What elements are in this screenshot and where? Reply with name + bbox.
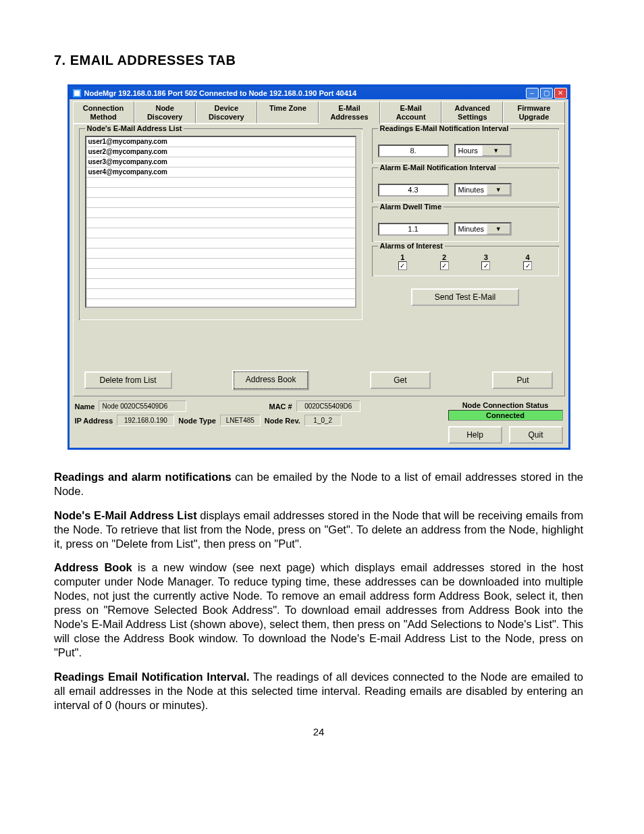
list-item[interactable] [86,299,355,308]
para2-bold: Node's E-Mail Address List [54,509,197,521]
readings-interval-input[interactable]: 8. [378,145,449,157]
window-title: NodeMgr 192.168.0.186 Port 502 Connected… [84,89,525,97]
para1-bold: Readings and alarm notifications [54,471,232,483]
list-item[interactable] [86,198,355,208]
tab-connection-method[interactable]: Connection Method [73,101,134,124]
help-button[interactable]: Help [448,426,502,444]
alarm-label-2: 2 [442,253,446,261]
alarm-interval-input[interactable]: 4.3 [378,184,449,197]
para4-bold: Readings Email Notification Interval. [54,671,250,683]
window-titlebar: NodeMgr 192.168.0.186 Port 502 Connected… [70,86,568,99]
readings-interval-title: Readings E-Mail Notification Interval [378,124,511,132]
quit-button[interactable]: Quit [509,426,563,444]
alarms-title: Alarms of Interest [378,242,446,250]
email-list-group: Node's E-Mail Address List user1@mycompa… [79,128,363,320]
mac-label: MAC # [269,402,292,411]
list-item[interactable]: user1@mycompany.com [86,137,355,147]
tab-strip: Connection Method Node Discovery Device … [73,101,565,124]
conn-status-value: Connected [448,410,563,421]
chevron-down-icon: ▼ [482,145,510,156]
readings-interval-group: Readings E-Mail Notification Interval 8.… [372,128,559,163]
para3-bold: Address Book [54,561,132,573]
ip-label: IP Address [75,417,113,425]
svg-rect-1 [74,90,80,96]
ip-value: 192.168.0.190 [117,415,174,426]
alarm-check-3[interactable]: ✓ [481,261,490,270]
send-test-button[interactable]: Send Test E-Mail [411,288,519,306]
alarm-label-3: 3 [484,253,488,261]
readings-interval-unit[interactable]: Hours▼ [454,144,512,157]
delete-from-list-button[interactable]: Delete from List [84,371,172,389]
email-listbox[interactable]: user1@mycompany.com user2@mycompany.com … [85,136,356,308]
list-item[interactable] [86,208,355,218]
alarm-check-4[interactable]: ✓ [523,261,532,270]
list-item[interactable]: user2@mycompany.com [86,147,355,157]
rev-value: 1_0_2 [304,415,342,426]
page-number: 24 [54,726,583,737]
tab-advanced-settings[interactable]: Advanced Settings [441,101,503,124]
section-heading: 7. EMAIL ADDRESSES TAB [54,53,583,68]
dwell-group: Alarm Dwell Time 1.1 Minutes▼ [372,207,559,242]
list-item[interactable]: user4@mycompany.com [86,167,355,178]
tab-email-account[interactable]: E-Mail Account [380,101,441,124]
minimize-button[interactable]: – [526,88,539,99]
dwell-title: Alarm Dwell Time [378,203,444,211]
alarm-label-4: 4 [526,253,530,261]
tab-device-discovery[interactable]: Device Discovery [196,101,257,124]
put-button[interactable]: Put [492,371,553,389]
alarm-interval-group: Alarm E-Mail Notification Interval 4.3 M… [372,167,559,203]
conn-status-title: Node Connection Status [448,400,563,410]
dwell-input[interactable]: 1.1 [378,223,449,236]
get-button[interactable]: Get [370,371,431,389]
alarms-group: Alarms of Interest 1✓ 2✓ 3✓ 4✓ [372,246,559,276]
chevron-down-icon: ▼ [487,224,510,234]
list-item[interactable] [86,269,355,279]
tab-time-zone[interactable]: Time Zone [257,101,319,124]
list-item[interactable] [86,188,355,198]
app-icon [72,88,82,98]
list-item[interactable] [86,228,355,238]
alarm-check-1[interactable]: ✓ [398,261,407,270]
alarm-check-2[interactable]: ✓ [440,261,449,270]
tab-email-addresses[interactable]: E-Mail Addresses [319,101,380,124]
list-item[interactable]: user3@mycompany.com [86,157,355,167]
name-label: Name [75,402,95,411]
name-value: Node 0020C55409D6 [99,400,186,412]
tab-firmware-upgrade[interactable]: Firmware Upgrade [503,101,564,124]
mac-value: 0020C55409D6 [296,400,360,412]
alarm-interval-unit[interactable]: Minutes▼ [454,183,512,197]
tab-node-discovery[interactable]: Node Discovery [134,101,196,124]
chevron-down-icon: ▼ [487,184,510,195]
document-body: Readings and alarm notifications can be … [54,470,583,712]
list-item[interactable] [86,279,355,289]
para3-text: is a new window (see next page) which di… [54,561,583,659]
alarm-label-1: 1 [400,253,404,261]
email-list-title: Node's E-Mail Address List [85,124,184,132]
address-book-button[interactable]: Address Book [234,371,308,389]
list-item[interactable] [86,249,355,259]
close-button[interactable]: ✕ [554,88,567,99]
list-item[interactable] [86,178,355,188]
list-item[interactable] [86,218,355,228]
app-window: NodeMgr 192.168.0.186 Port 502 Connected… [68,84,570,450]
list-item[interactable] [86,238,355,249]
maximize-button[interactable]: ▢ [540,88,553,99]
dwell-unit[interactable]: Minutes▼ [454,222,512,236]
alarm-interval-title: Alarm E-Mail Notification Interval [378,163,498,172]
rev-label: Node Rev. [265,417,300,425]
type-value: LNET485 [220,415,261,426]
list-item[interactable] [86,289,355,299]
list-item[interactable] [86,259,355,269]
type-label: Node Type [178,417,215,425]
